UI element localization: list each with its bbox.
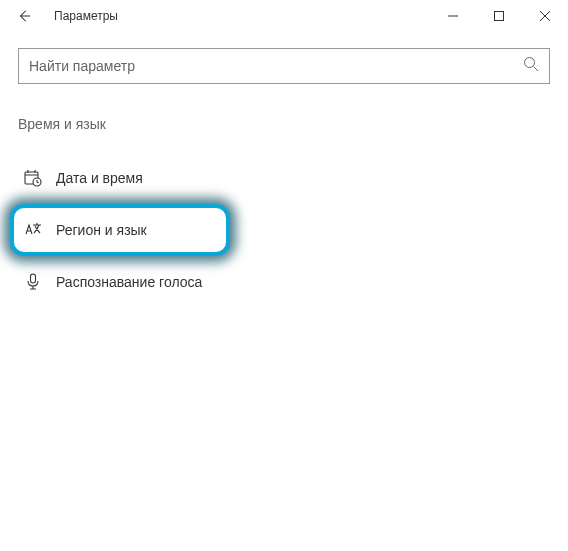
search-box[interactable] — [18, 48, 550, 84]
language-icon — [24, 221, 42, 239]
svg-point-1 — [525, 58, 535, 68]
maximize-button[interactable] — [476, 0, 522, 32]
section-title: Время и язык — [18, 116, 550, 132]
nav-item-label: Распознавание голоса — [56, 274, 202, 290]
nav-item-label: Регион и язык — [56, 222, 147, 238]
search-input[interactable] — [29, 58, 523, 74]
titlebar: Параметры — [0, 0, 568, 32]
maximize-icon — [494, 11, 504, 21]
close-icon — [540, 11, 550, 21]
svg-rect-0 — [495, 12, 504, 21]
back-button[interactable] — [8, 0, 40, 32]
nav-list: Дата и время Регион и язык Распознавание… — [18, 154, 550, 306]
microphone-icon — [24, 273, 42, 291]
nav-item-label: Дата и время — [56, 170, 143, 186]
window-title: Параметры — [54, 9, 118, 23]
minimize-button[interactable] — [430, 0, 476, 32]
arrow-left-icon — [17, 9, 31, 23]
minimize-icon — [448, 11, 458, 21]
search-icon — [523, 56, 539, 76]
content-area: Время и язык Дата и время Регион и язы — [0, 32, 568, 306]
nav-item-speech-recognition[interactable]: Распознавание голоса — [18, 258, 550, 306]
nav-item-region-language[interactable]: Регион и язык — [10, 204, 230, 256]
svg-rect-4 — [31, 274, 36, 283]
close-button[interactable] — [522, 0, 568, 32]
calendar-clock-icon — [24, 169, 42, 187]
nav-item-date-time[interactable]: Дата и время — [18, 154, 550, 202]
window-controls — [430, 0, 568, 32]
